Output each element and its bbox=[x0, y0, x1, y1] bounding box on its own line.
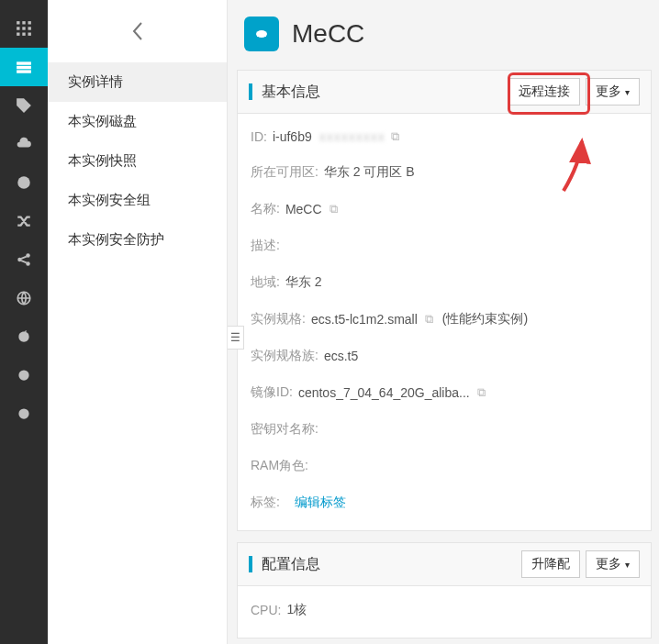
sidebar: 实例详情 本实例磁盘 本实例快照 本实例安全组 本实例安全防护 bbox=[48, 0, 228, 644]
spec-label: 实例规格: bbox=[251, 311, 306, 328]
svg-rect-0 bbox=[17, 21, 19, 24]
row-image: 镜像ID: centos_7_04_64_20G_aliba... ⧉ bbox=[251, 374, 638, 411]
svg-point-17 bbox=[18, 370, 28, 380]
svg-point-12 bbox=[17, 176, 30, 189]
sidebar-item-label: 本实例安全组 bbox=[68, 192, 151, 207]
basic-info-head: 基本信息 远程连接 更多▾ bbox=[238, 71, 651, 114]
rail-dot2-icon[interactable] bbox=[0, 394, 48, 433]
more-button[interactable]: 更多▾ bbox=[586, 78, 640, 105]
row-name: 名称: MeCC ⧉ bbox=[251, 191, 638, 228]
config-info-head: 配置信息 升降配 更多▾ bbox=[238, 543, 651, 586]
sidebar-item-disk[interactable]: 本实例磁盘 bbox=[48, 102, 227, 141]
sidebar-item-instance-detail[interactable]: 实例详情 bbox=[48, 62, 227, 102]
row-id: ID: i-uf6b9 xxxxxxxxx ⧉ bbox=[251, 119, 638, 154]
icon-rail bbox=[0, 0, 48, 644]
caret-down-icon: ▾ bbox=[625, 87, 630, 97]
copy-icon[interactable]: ⧉ bbox=[391, 129, 399, 144]
sidebar-item-security[interactable]: 本实例安全防护 bbox=[48, 220, 227, 260]
specfam-value: ecs.t5 bbox=[324, 349, 358, 363]
collapse-handle[interactable]: ☰ bbox=[228, 326, 244, 350]
id-value-redacted: xxxxxxxxx bbox=[319, 129, 385, 144]
spec-value: ecs.t5-lc1m2.small bbox=[311, 312, 418, 327]
config-info-body: CPU: 1核 bbox=[238, 586, 651, 638]
rail-apps-icon[interactable] bbox=[0, 9, 48, 48]
id-value: i-uf6b9 bbox=[273, 129, 312, 144]
basic-info-title: 基本信息 bbox=[262, 83, 503, 102]
row-ramrole: RAM角色: bbox=[251, 448, 638, 484]
page-title: MeCC bbox=[292, 19, 364, 49]
desc-label: 描述: bbox=[251, 238, 280, 254]
config-info-title: 配置信息 bbox=[262, 555, 516, 574]
basic-info-body: ID: i-uf6b9 xxxxxxxxx ⧉ 所在可用区: 华东 2 可用区 … bbox=[238, 114, 651, 530]
basic-info-panel: 基本信息 远程连接 更多▾ ID: i-uf6b9 xxxxxxxxx ⧉ 所在… bbox=[237, 70, 652, 531]
specfam-label: 实例规格族: bbox=[251, 348, 318, 364]
sidebar-item-label: 实例详情 bbox=[68, 73, 123, 89]
back-button[interactable] bbox=[48, 0, 227, 62]
copy-icon[interactable]: ⧉ bbox=[477, 385, 486, 400]
svg-rect-7 bbox=[22, 33, 25, 36]
copy-icon[interactable]: ⧉ bbox=[425, 312, 433, 327]
title-bar-accent bbox=[249, 83, 252, 100]
main-content: ☰ MeCC 基本信息 远程连接 更多▾ ID: i-uf6b9 xxxxxxx… bbox=[228, 0, 659, 644]
name-label: 名称: bbox=[251, 201, 280, 217]
svg-rect-9 bbox=[17, 61, 31, 64]
sidebar-item-label: 本实例安全防护 bbox=[68, 231, 164, 247]
row-region: 地域: 华东 2 bbox=[251, 264, 638, 301]
row-keypair: 密钥对名称: bbox=[251, 411, 638, 448]
sidebar-item-snapshot[interactable]: 本实例快照 bbox=[48, 141, 227, 181]
rail-apple-icon[interactable] bbox=[0, 317, 48, 356]
page-header: MeCC bbox=[237, 17, 652, 51]
sidebar-item-secgroup[interactable]: 本实例安全组 bbox=[48, 181, 227, 220]
copy-icon[interactable]: ⧉ bbox=[330, 202, 338, 217]
edit-tag-link[interactable]: 编辑标签 bbox=[295, 494, 346, 511]
region-value: 华东 2 bbox=[285, 274, 322, 291]
svg-rect-1 bbox=[22, 21, 25, 24]
instance-logo-icon bbox=[244, 17, 279, 51]
sidebar-item-label: 本实例快照 bbox=[68, 152, 137, 168]
tag-label: 标签: bbox=[251, 494, 280, 511]
rail-dot1-icon[interactable] bbox=[0, 356, 48, 394]
config-info-panel: 配置信息 升降配 更多▾ CPU: 1核 bbox=[237, 542, 652, 638]
svg-rect-6 bbox=[17, 33, 19, 36]
upgrade-button[interactable]: 升降配 bbox=[521, 550, 580, 578]
cpu-value: 1核 bbox=[286, 602, 307, 618]
rail-cloud2-icon[interactable] bbox=[0, 163, 48, 202]
image-label: 镜像ID: bbox=[251, 384, 293, 401]
rail-share-icon[interactable] bbox=[0, 240, 48, 279]
svg-rect-2 bbox=[28, 21, 31, 24]
row-cpu: CPU: 1核 bbox=[251, 592, 638, 628]
region-label: 地域: bbox=[251, 274, 280, 291]
rail-shuffle-icon[interactable] bbox=[0, 202, 48, 240]
sidebar-item-label: 本实例磁盘 bbox=[68, 113, 137, 128]
row-spec: 实例规格: ecs.t5-lc1m2.small ⧉ (性能约束实例) bbox=[251, 301, 638, 338]
caret-down-icon: ▾ bbox=[625, 560, 630, 570]
rail-cloud-icon[interactable] bbox=[0, 125, 48, 163]
row-specfam: 实例规格族: ecs.t5 bbox=[251, 338, 638, 374]
svg-rect-8 bbox=[28, 33, 31, 36]
spec-after: (性能约束实例) bbox=[442, 311, 528, 328]
title-bar-accent bbox=[249, 556, 252, 572]
svg-rect-11 bbox=[17, 70, 31, 72]
cpu-label: CPU: bbox=[251, 603, 281, 617]
image-value: centos_7_04_64_20G_aliba... bbox=[298, 385, 470, 400]
keypair-label: 密钥对名称: bbox=[251, 421, 318, 438]
more-button[interactable]: 更多▾ bbox=[586, 550, 640, 578]
remote-connect-button[interactable]: 远程连接 bbox=[508, 78, 580, 105]
svg-point-19 bbox=[256, 30, 267, 38]
rail-tag-icon[interactable] bbox=[0, 86, 48, 125]
ramrole-label: RAM角色: bbox=[251, 458, 308, 474]
svg-rect-3 bbox=[17, 27, 19, 29]
svg-rect-10 bbox=[17, 66, 31, 69]
rail-globe-icon[interactable] bbox=[0, 279, 48, 317]
id-label: ID: bbox=[251, 129, 267, 144]
row-zone: 所在可用区: 华东 2 可用区 B bbox=[251, 154, 638, 191]
row-desc: 描述: bbox=[251, 228, 638, 264]
zone-label: 所在可用区: bbox=[251, 164, 318, 181]
svg-point-18 bbox=[18, 408, 28, 418]
row-tag: 标签: 编辑标签 bbox=[251, 484, 638, 521]
rail-ecs-icon[interactable] bbox=[0, 48, 48, 86]
name-value: MeCC bbox=[285, 202, 322, 217]
svg-rect-4 bbox=[22, 27, 25, 29]
zone-value: 华东 2 可用区 B bbox=[324, 164, 415, 181]
svg-rect-5 bbox=[28, 27, 31, 29]
